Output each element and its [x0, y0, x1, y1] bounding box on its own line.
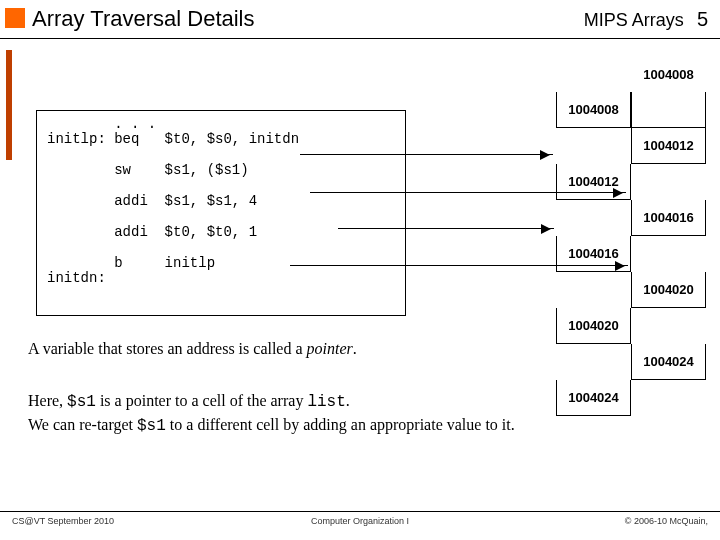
- memory-table: 1004008 1004008 1004012 1004012 1004016 …: [556, 56, 706, 416]
- mem-row-8: 1004024: [556, 344, 706, 380]
- p2-text-f: We can re-target: [28, 416, 137, 433]
- footer-mid: Computer Organization I: [311, 516, 409, 526]
- mem-addr-4: [556, 200, 631, 236]
- mem-val-5: [631, 236, 706, 272]
- arrow-addi2: [338, 228, 554, 229]
- mem-addr-8: [556, 344, 631, 380]
- mem-row-2: 1004012: [556, 128, 706, 164]
- slide-title: Array Traversal Details: [32, 6, 255, 32]
- mem-addr-7: 1004020: [556, 308, 631, 344]
- header-rule: [0, 38, 720, 39]
- mem-addr-5: 1004016: [556, 236, 631, 272]
- mem-val-9: [631, 380, 706, 416]
- mem-val-7: [631, 308, 706, 344]
- mem-val-3: [631, 164, 706, 200]
- mem-addr-1: 1004008: [556, 92, 631, 128]
- slide: Array Traversal Details MIPS Arrays 5 . …: [0, 0, 720, 540]
- p2-text-h: to a different cell by adding an appropr…: [166, 416, 515, 433]
- header-right: MIPS Arrays 5: [584, 8, 708, 31]
- mem-addr-3: 1004012: [556, 164, 631, 200]
- p1-text-c: .: [353, 340, 357, 357]
- footer-right: © 2006-10 McQuain,: [625, 516, 708, 526]
- accent-square: [5, 8, 25, 28]
- left-accent-bar: [6, 50, 12, 160]
- mem-addr-2: [556, 128, 631, 164]
- mem-row-9: 1004024: [556, 380, 706, 416]
- code-listing: . . . initlp: beq $t0, $s0, initdn sw $s…: [36, 110, 406, 316]
- p2-text-c: is a pointer to a cell of the array: [96, 392, 307, 409]
- p1-text-b: pointer: [307, 340, 353, 357]
- p2-text-d: list: [307, 393, 345, 411]
- mem-row-3: 1004012: [556, 164, 706, 200]
- mem-addr-0: [556, 56, 631, 92]
- mem-val-8: 1004024: [631, 344, 706, 380]
- mem-row-4: 1004016: [556, 200, 706, 236]
- mem-val-6: 1004020: [631, 272, 706, 308]
- p2-text-e: .: [346, 392, 350, 409]
- footer-rule: [0, 511, 720, 512]
- mem-addr-6: [556, 272, 631, 308]
- paragraph-pointer-def: A variable that stores an address is cal…: [28, 340, 508, 358]
- paragraph-pointer-use: Here, $s1 is a pointer to a cell of the …: [28, 390, 538, 437]
- footer: CS@VT September 2010 Computer Organizati…: [0, 516, 720, 532]
- mem-val-1: [631, 92, 706, 128]
- mem-row-5: 1004016: [556, 236, 706, 272]
- footer-left: CS@VT September 2010: [12, 516, 114, 526]
- mem-row-1: 1004008: [556, 92, 706, 128]
- mem-val-4: 1004016: [631, 200, 706, 236]
- mem-val-0: 1004008: [631, 56, 706, 92]
- mem-row-6: 1004020: [556, 272, 706, 308]
- p2-text-b: $s1: [67, 393, 96, 411]
- p2-text-g: $s1: [137, 417, 166, 435]
- page-number: 5: [697, 8, 708, 30]
- section-label: MIPS Arrays: [584, 10, 684, 30]
- arrow-sw: [300, 154, 553, 155]
- p2-text-a: Here,: [28, 392, 67, 409]
- p1-text-a: A variable that stores an address is cal…: [28, 340, 307, 357]
- mem-addr-9: 1004024: [556, 380, 631, 416]
- mem-row-0: 1004008: [556, 56, 706, 92]
- mem-row-7: 1004020: [556, 308, 706, 344]
- mem-val-2: 1004012: [631, 128, 706, 164]
